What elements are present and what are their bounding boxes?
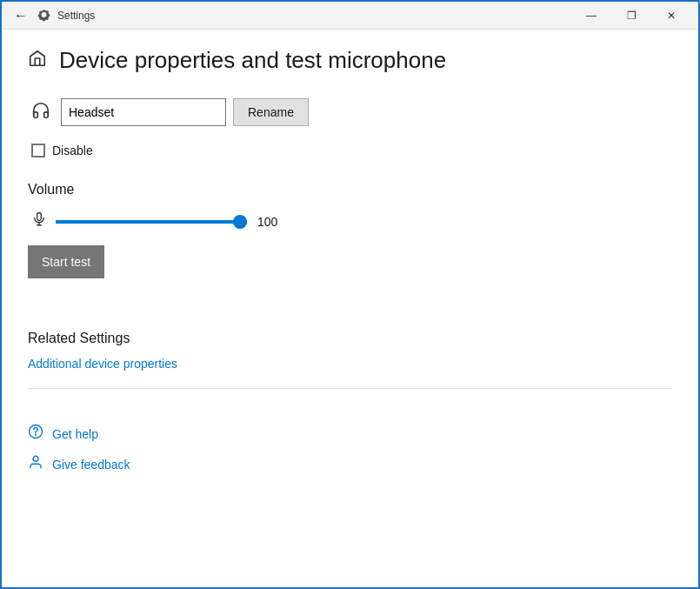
get-help-link[interactable]: Get help — [28, 424, 672, 444]
give-feedback-icon — [28, 454, 43, 474]
give-feedback-label: Give feedback — [52, 458, 130, 472]
disable-checkbox[interactable] — [31, 144, 45, 157]
window-controls: — ❐ ✕ — [571, 2, 691, 30]
related-settings-title: Related Settings — [28, 331, 672, 346]
additional-device-properties-link[interactable]: Additional device properties — [28, 357, 672, 371]
svg-rect-0 — [37, 213, 42, 221]
home-icon — [28, 49, 47, 72]
maximize-button[interactable]: ❐ — [611, 2, 651, 30]
page-header: Device properties and test microphone — [28, 47, 672, 74]
device-name-row: Rename — [28, 98, 672, 126]
volume-slider[interactable] — [56, 220, 247, 224]
divider — [28, 388, 672, 389]
back-icon: ← — [14, 8, 28, 23]
settings-window: ← Settings — ❐ ✕ Device properties and t… — [0, 0, 700, 589]
volume-title: Volume — [28, 182, 672, 197]
rename-button[interactable]: Rename — [233, 98, 309, 126]
svg-point-5 — [33, 456, 38, 461]
volume-section: Volume 100 Start test — [28, 182, 672, 278]
device-name-input[interactable] — [61, 98, 226, 126]
minimize-button[interactable]: — — [571, 2, 611, 30]
volume-value: 100 — [257, 215, 283, 229]
settings-icon — [38, 9, 52, 23]
content-area: Device properties and test microphone Re… — [2, 30, 698, 587]
get-help-label: Get help — [52, 427, 98, 441]
related-settings: Related Settings Additional device prope… — [28, 331, 672, 371]
close-button[interactable]: ✕ — [651, 2, 691, 30]
title-bar-title: Settings — [57, 10, 571, 22]
svg-point-4 — [36, 434, 37, 435]
give-feedback-link[interactable]: Give feedback — [28, 454, 672, 474]
microphone-icon — [31, 211, 47, 231]
back-button[interactable]: ← — [9, 3, 33, 28]
additional-device-properties-label: Additional device properties — [28, 357, 177, 371]
volume-row: 100 — [28, 211, 672, 231]
get-help-icon — [28, 424, 43, 444]
start-test-button[interactable]: Start test — [28, 245, 104, 278]
headset-icon — [31, 101, 50, 124]
disable-label: Disable — [52, 144, 93, 157]
title-bar: ← Settings — ❐ ✕ — [2, 2, 698, 30]
page-title: Device properties and test microphone — [59, 47, 446, 74]
disable-row: Disable — [28, 144, 672, 157]
bottom-links: Get help Give feedback — [28, 424, 672, 474]
